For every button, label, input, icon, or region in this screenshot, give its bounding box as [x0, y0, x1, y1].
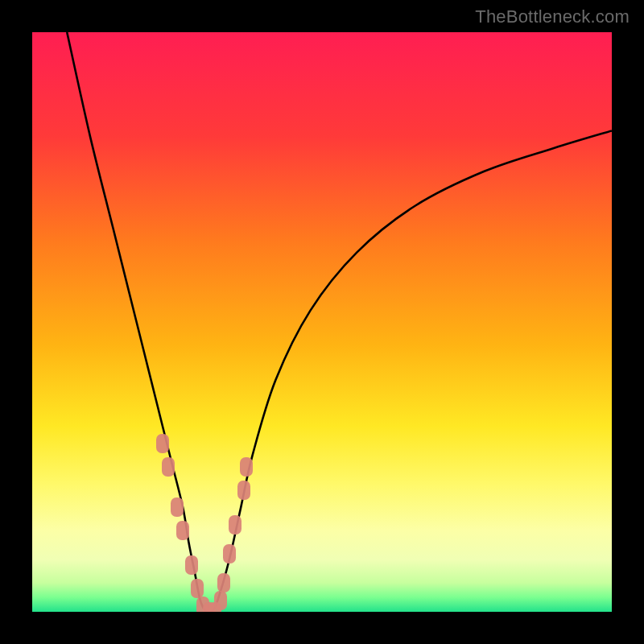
- data-marker: [176, 521, 189, 540]
- bottleneck-curve: [67, 32, 612, 612]
- data-marker: [156, 434, 169, 453]
- data-marker: [229, 515, 242, 535]
- data-marker: [185, 555, 198, 575]
- data-marker: [223, 544, 236, 564]
- data-marker: [237, 481, 250, 500]
- curve-layer: [32, 32, 612, 612]
- data-marker: [171, 497, 184, 517]
- plot-area: [32, 32, 612, 612]
- data-marker: [240, 457, 253, 477]
- watermark-text: TheBottleneck.com: [475, 6, 630, 27]
- data-marker: [162, 457, 175, 477]
- outer-frame: TheBottleneck.com: [0, 0, 644, 644]
- data-marker: [217, 573, 230, 592]
- data-marker: [191, 579, 204, 598]
- data-marker: [214, 591, 227, 610]
